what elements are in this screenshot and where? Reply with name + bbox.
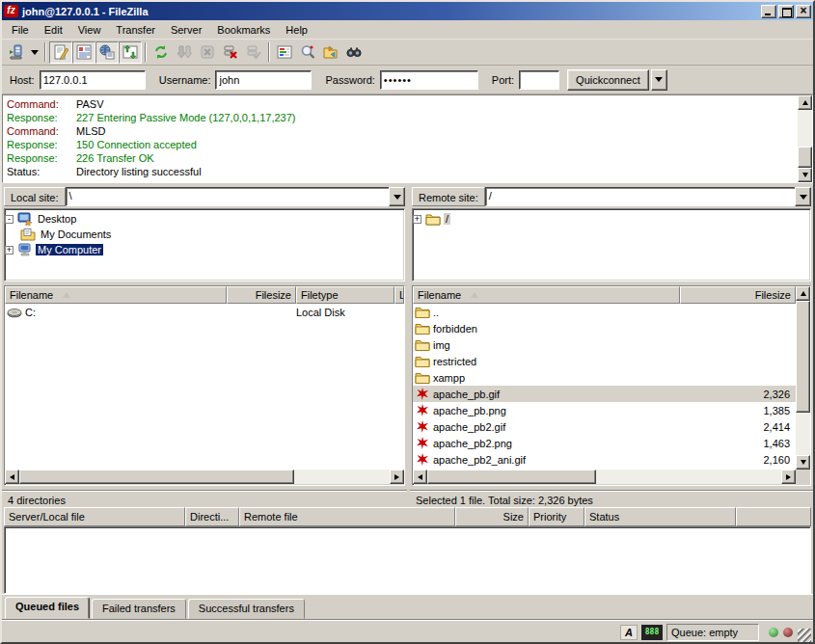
- chevron-down-icon[interactable]: [795, 187, 811, 206]
- scroll-right-icon[interactable]: [390, 470, 404, 484]
- local-pane: Local site: \ Desktop My Documents: [2, 185, 407, 507]
- column-last-modified[interactable]: L: [394, 286, 404, 304]
- menu-help[interactable]: Help: [278, 21, 315, 39]
- file-row[interactable]: restricted: [413, 353, 796, 369]
- file-row[interactable]: ..: [413, 304, 796, 320]
- filezilla-window: john@127.0.0.1 - FileZilla File Edit Vie…: [0, 0, 815, 644]
- column-remote-file[interactable]: Remote file: [239, 507, 455, 526]
- status-bar: A 888 Queue: empty: [2, 619, 813, 644]
- chevron-down-icon[interactable]: [389, 187, 405, 206]
- local-site-value[interactable]: \: [66, 187, 389, 206]
- scroll-down-icon[interactable]: [796, 455, 810, 470]
- column-priority[interactable]: Priority: [529, 507, 584, 526]
- column-size[interactable]: Size: [455, 507, 529, 526]
- scrollbar-thumb[interactable]: [427, 470, 596, 484]
- tree-item-my-computer[interactable]: My Computer: [5, 242, 404, 257]
- expand-icon[interactable]: [5, 246, 14, 255]
- local-site-combo[interactable]: \: [66, 187, 405, 206]
- tab-failed-transfers[interactable]: Failed transfers: [92, 599, 186, 619]
- scrollbar-thumb[interactable]: [796, 301, 810, 413]
- scrollbar-thumb[interactable]: [19, 470, 294, 484]
- menu-transfer[interactable]: Transfer: [108, 21, 163, 39]
- remote-site-value[interactable]: /: [485, 187, 795, 206]
- expand-icon[interactable]: [413, 215, 421, 224]
- collapse-icon[interactable]: [5, 215, 14, 224]
- cancel-operation-icon[interactable]: [196, 41, 219, 64]
- scroll-down-icon[interactable]: [798, 168, 812, 182]
- refresh-icon[interactable]: [149, 41, 173, 64]
- port-label: Port:: [492, 74, 514, 86]
- file-row[interactable]: apache_pb2_ani.gif2,160: [413, 451, 796, 468]
- scroll-left-icon[interactable]: [5, 470, 19, 484]
- toggle-remote-tree-icon[interactable]: [95, 41, 119, 64]
- username-input[interactable]: [215, 70, 312, 90]
- password-label: Password:: [325, 74, 374, 86]
- password-input[interactable]: [380, 70, 478, 90]
- column-filler: [736, 507, 811, 526]
- tree-item-root[interactable]: /: [413, 211, 810, 227]
- speed-limit-icon[interactable]: 888: [641, 625, 663, 640]
- remote-site-combo[interactable]: /: [485, 187, 811, 206]
- file-row[interactable]: img: [413, 336, 796, 353]
- browser-panes: Local site: \ Desktop My Documents: [2, 185, 813, 507]
- scrollbar-thumb[interactable]: [798, 147, 812, 168]
- menu-edit[interactable]: Edit: [37, 21, 70, 39]
- log-row: Command:MLSD: [7, 124, 798, 138]
- log-scrollbar[interactable]: [798, 95, 812, 182]
- file-row[interactable]: forbidden: [413, 320, 796, 336]
- toggle-transfer-queue-icon[interactable]: [119, 41, 142, 64]
- minimize-button[interactable]: [761, 5, 776, 18]
- tree-item-my-documents[interactable]: My Documents: [20, 227, 404, 242]
- column-server-local-file[interactable]: Server/Local file: [4, 507, 185, 526]
- menu-bookmarks[interactable]: Bookmarks: [209, 21, 278, 39]
- column-status[interactable]: Status: [584, 507, 736, 526]
- file-row[interactable]: apache_pb.png1,385: [413, 402, 796, 418]
- column-filename[interactable]: Filename: [5, 286, 227, 304]
- column-direction[interactable]: Directi...: [185, 507, 239, 526]
- close-button[interactable]: [796, 5, 811, 18]
- local-horizontal-scrollbar[interactable]: [5, 470, 404, 485]
- directory-filter-icon[interactable]: [273, 41, 296, 64]
- tab-successful-transfers[interactable]: Successful transfers: [188, 599, 305, 619]
- site-manager-icon[interactable]: [5, 41, 28, 64]
- column-filename[interactable]: Filename: [413, 286, 680, 304]
- remote-horizontal-scrollbar[interactable]: [413, 470, 810, 485]
- directory-comparison-icon[interactable]: [342, 41, 366, 64]
- scroll-left-icon[interactable]: [413, 470, 427, 484]
- quickconnect-button[interactable]: Quickconnect: [567, 69, 649, 91]
- maximize-button[interactable]: [778, 5, 794, 18]
- file-row[interactable]: apache_pb2.png1,463: [413, 435, 796, 451]
- host-input[interactable]: [40, 70, 146, 90]
- toggle-message-log-icon[interactable]: [49, 41, 72, 64]
- synchronized-browsing-icon[interactable]: [319, 41, 342, 64]
- menu-file[interactable]: File: [4, 21, 37, 39]
- column-filesize[interactable]: Filesize: [680, 286, 796, 304]
- resize-grip[interactable]: [798, 629, 811, 642]
- file-row-c-drive[interactable]: C: Local Disk: [5, 304, 404, 320]
- menu-bar: File Edit View Transfer Server Bookmarks…: [2, 20, 813, 40]
- toggle-local-tree-icon[interactable]: [72, 41, 95, 64]
- menu-server[interactable]: Server: [163, 21, 209, 39]
- scroll-up-icon[interactable]: [798, 95, 812, 110]
- tab-queued-files[interactable]: Queued files: [5, 597, 90, 619]
- desktop-icon: [17, 212, 33, 226]
- remote-vertical-scrollbar[interactable]: [796, 286, 810, 470]
- port-input[interactable]: [519, 70, 559, 90]
- file-row[interactable]: apache_pb2.gif2,414: [413, 418, 796, 435]
- column-filesize[interactable]: Filesize: [227, 286, 296, 304]
- tree-item-desktop[interactable]: Desktop: [5, 211, 404, 227]
- file-search-icon[interactable]: [296, 41, 319, 64]
- scroll-right-icon[interactable]: [781, 470, 796, 484]
- scroll-up-icon[interactable]: [796, 286, 810, 301]
- file-row-selected[interactable]: apache_pb.gif2,326: [413, 386, 796, 402]
- reconnect-icon[interactable]: [242, 41, 265, 64]
- disconnect-icon[interactable]: [219, 41, 242, 64]
- menu-view[interactable]: View: [70, 21, 109, 39]
- process-queue-icon[interactable]: [173, 41, 196, 64]
- file-row[interactable]: xampp: [413, 369, 796, 386]
- queue-body[interactable]: [4, 526, 811, 594]
- remote-file-list: Filename Filesize .. forbidden img restr…: [412, 285, 811, 486]
- quickconnect-dropdown-icon[interactable]: [651, 69, 667, 91]
- column-filetype[interactable]: Filetype: [296, 286, 394, 304]
- site-manager-dropdown-icon[interactable]: [28, 41, 41, 64]
